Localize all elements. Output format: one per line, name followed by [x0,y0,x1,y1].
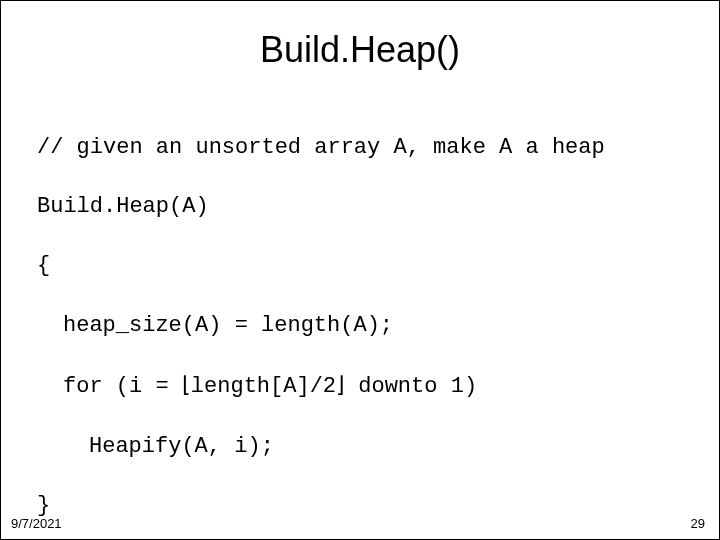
code-line-open-brace: { [37,251,719,281]
floor-open-icon: ⌊ [182,370,191,400]
code-line-heapsize: heap_size(A) = length(A); [37,311,719,341]
code-line-funcdecl: Build.Heap(A) [37,192,719,222]
code-line-heapify: Heapify(A, i); [37,432,719,462]
floor-close-icon: ⌋ [336,370,345,400]
footer-date: 9/7/2021 [11,516,62,531]
code-block: // given an unsorted array A, make A a h… [37,103,719,540]
for-mid: length[A]/2 [191,374,336,399]
slide-title: Build.Heap() [1,29,719,71]
code-line-comment: // given an unsorted array A, make A a h… [37,133,719,163]
code-line-for: for (i = ⌊length[A]/2⌋ downto 1) [37,370,719,402]
code-line-close-brace: } [37,491,719,521]
for-post: downto 1) [345,374,477,399]
footer-page-number: 29 [691,516,705,531]
for-pre: for (i = [63,374,182,399]
